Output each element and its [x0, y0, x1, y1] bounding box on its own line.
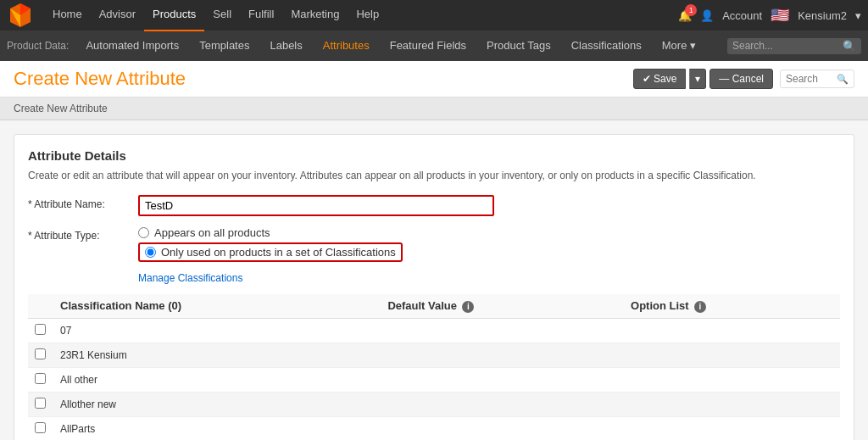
col-default-value: Default Value i — [381, 294, 624, 318]
table-header-row: Classification Name (0) Default Value i … — [28, 294, 840, 318]
subnav-product-tags[interactable]: Product Tags — [476, 31, 561, 61]
nav-help[interactable]: Help — [348, 0, 387, 31]
default-value-cell — [381, 367, 624, 392]
nav-home[interactable]: Home — [44, 0, 91, 31]
attribute-type-group: * Attribute Type: Appears on all product… — [28, 226, 840, 262]
nav-marketing[interactable]: Marketing — [282, 0, 348, 31]
classification-name-cell: All other — [53, 367, 381, 392]
row-checkbox-cell — [28, 367, 53, 392]
user-dropdown-icon[interactable]: ▾ — [855, 9, 861, 22]
nav-fulfill[interactable]: Fulfill — [240, 0, 282, 31]
subnav-attributes[interactable]: Attributes — [313, 31, 380, 61]
sub-nav-search-box[interactable]: 🔍 — [727, 38, 861, 54]
option-list-cell — [624, 318, 840, 343]
section-title: Attribute Details — [28, 148, 840, 163]
classifications-table: Classification Name (0) Default Value i … — [28, 294, 840, 440]
flag-icon: 🇺🇸 — [771, 6, 789, 25]
attribute-name-input[interactable] — [138, 195, 494, 216]
default-value-cell — [381, 416, 624, 440]
col-classification-name: Classification Name (0) — [53, 294, 381, 318]
nav-sell[interactable]: Sell — [204, 0, 240, 31]
save-dropdown-button[interactable]: ▾ — [689, 69, 706, 89]
content-area: Attribute Details Create or edit an attr… — [14, 134, 854, 440]
cancel-button[interactable]: — Cancel — [709, 69, 773, 89]
default-value-info-icon[interactable]: i — [462, 301, 474, 313]
subnav-automated-imports[interactable]: Automated Imports — [75, 31, 189, 61]
row-checkbox[interactable] — [35, 398, 46, 409]
classification-name-cell: AllParts — [53, 416, 381, 440]
option-list-cell — [624, 367, 840, 392]
nav-advisor[interactable]: Advisor — [91, 0, 144, 31]
manage-classifications-link[interactable]: Manage Classifications — [138, 272, 840, 284]
radio-classifications-highlight: Only used on products in a set of Classi… — [138, 242, 403, 262]
radio-classifications[interactable]: Only used on products in a set of Classi… — [138, 242, 403, 262]
classification-name-cell: 07 — [53, 318, 381, 343]
default-value-cell — [381, 343, 624, 367]
option-list-cell — [624, 343, 840, 367]
action-search-box[interactable]: 🔍 — [780, 70, 854, 88]
classification-name-cell: Allother new — [53, 392, 381, 416]
page-title: Create New Attribute — [14, 68, 633, 90]
sub-navigation: Product Data: Automated Imports Template… — [0, 31, 868, 61]
sub-nav-links: Automated Imports Templates Labels Attri… — [75, 31, 706, 61]
attribute-type-label: * Attribute Type: — [28, 226, 138, 242]
app-logo[interactable] — [7, 2, 34, 29]
table-row: Allother new — [28, 392, 840, 416]
subnav-labels[interactable]: Labels — [259, 31, 312, 61]
sub-nav-search-input[interactable] — [732, 40, 843, 52]
table-row: 07 — [28, 318, 840, 343]
section-description: Create or edit an attribute that will ap… — [28, 170, 840, 181]
table-row: 23R1 Kensium — [28, 343, 840, 367]
col-option-list: Option List i — [624, 294, 840, 318]
row-checkbox[interactable] — [35, 324, 46, 335]
radio-all-products-input[interactable] — [138, 227, 149, 238]
default-value-cell — [381, 318, 624, 343]
radio-all-products-label: Appears on all products — [154, 226, 270, 239]
row-checkbox-cell — [28, 416, 53, 440]
user-icon[interactable]: 👤 — [700, 9, 714, 22]
username[interactable]: Kensium2 — [798, 9, 847, 22]
option-list-cell — [624, 392, 840, 416]
action-search-icon: 🔍 — [837, 74, 849, 85]
subnav-classifications[interactable]: Classifications — [561, 31, 652, 61]
default-value-cell — [381, 392, 624, 416]
radio-classifications-input[interactable] — [145, 247, 156, 258]
action-buttons: ✔ Save ▾ — Cancel 🔍 — [633, 69, 854, 89]
table-row: AllParts — [28, 416, 840, 440]
row-checkbox[interactable] — [35, 348, 46, 359]
row-checkbox[interactable] — [35, 373, 46, 384]
breadcrumb: Create New Attribute — [0, 97, 868, 120]
attribute-type-radio-group: Appears on all products Only used on pro… — [138, 226, 403, 262]
row-checkbox-cell — [28, 318, 53, 343]
classification-name-cell: 23R1 Kensium — [53, 343, 381, 367]
subnav-more[interactable]: More ▾ — [652, 31, 706, 61]
attribute-name-group: * Attribute Name: — [28, 195, 840, 216]
top-navigation: Home Advisor Products Sell Fulfill Marke… — [0, 0, 868, 31]
notification-badge: 1 — [685, 4, 697, 16]
nav-products[interactable]: Products — [144, 0, 204, 31]
save-button[interactable]: ✔ Save — [633, 69, 687, 89]
account-link[interactable]: Account — [722, 9, 762, 22]
attribute-name-label: * Attribute Name: — [28, 195, 138, 210]
notification-bell[interactable]: 🔔 1 — [678, 9, 692, 22]
product-data-label: Product Data: — [7, 40, 69, 52]
option-list-info-icon[interactable]: i — [694, 301, 706, 313]
radio-classifications-label: Only used on products in a set of Classi… — [161, 246, 396, 259]
subnav-templates[interactable]: Templates — [189, 31, 259, 61]
row-checkbox-cell — [28, 343, 53, 367]
search-icon: 🔍 — [843, 40, 856, 53]
subnav-featured-fields[interactable]: Featured Fields — [380, 31, 476, 61]
main-content: Attribute Details Create or edit an attr… — [0, 120, 868, 440]
option-list-cell — [624, 416, 840, 440]
table-row: All other — [28, 367, 840, 392]
radio-all-products[interactable]: Appears on all products — [138, 226, 403, 239]
action-search-input[interactable] — [786, 73, 837, 85]
action-bar: Create New Attribute ✔ Save ▾ — Cancel 🔍 — [0, 61, 868, 97]
row-checkbox-cell — [28, 392, 53, 416]
row-checkbox[interactable] — [35, 422, 46, 433]
col-checkbox — [28, 294, 53, 318]
main-nav-links: Home Advisor Products Sell Fulfill Marke… — [44, 0, 387, 31]
top-nav-right: 🔔 1 👤 Account 🇺🇸 Kensium2 ▾ — [678, 6, 861, 25]
